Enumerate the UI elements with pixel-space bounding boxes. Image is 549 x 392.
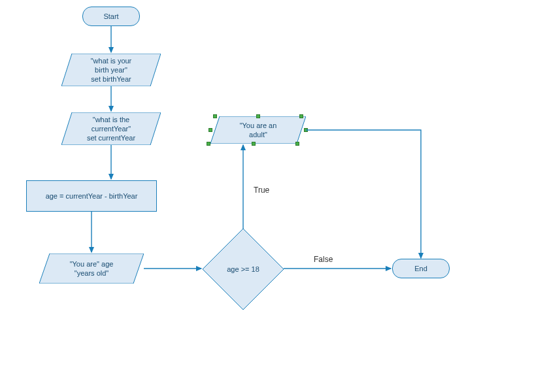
decision-label: age >= 18 (227, 265, 259, 273)
edge-false-label: False (314, 255, 333, 264)
input-birth-year-label: "what is your birth year" set birthYear (82, 56, 141, 84)
output-age-label: "You are" age "years old" (61, 259, 123, 278)
input-current-year-label: "what is the currentYear" set currentYea… (78, 115, 144, 143)
flowchart-canvas: Start "what is your birth year" set birt… (0, 0, 549, 392)
edge-true-label: True (254, 186, 269, 195)
output-adult-label: "You are an adult" (231, 121, 286, 140)
